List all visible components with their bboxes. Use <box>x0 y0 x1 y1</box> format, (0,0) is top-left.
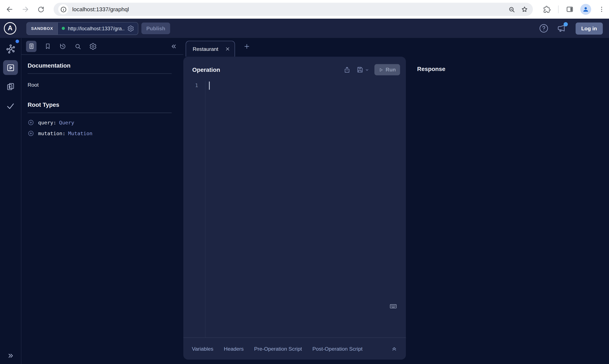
profile-avatar[interactable] <box>580 4 591 15</box>
publish-button[interactable]: Publish <box>141 23 170 34</box>
bookmark-icon <box>44 43 51 50</box>
divider <box>27 73 172 74</box>
response-title: Response <box>417 66 445 72</box>
nav-schema-button[interactable] <box>3 41 18 56</box>
field-type[interactable]: Query <box>59 119 74 125</box>
circled-plus-icon <box>27 130 34 136</box>
side-panel-button[interactable] <box>563 3 576 16</box>
extensions-button[interactable] <box>540 3 554 16</box>
checkmark-icon <box>6 101 15 111</box>
double-chevron-up-icon <box>391 346 397 352</box>
browser-reload-button[interactable] <box>34 3 47 16</box>
expand-footer-button[interactable] <box>391 346 397 352</box>
toolbar-divider <box>558 5 558 13</box>
expand-rail-button[interactable] <box>0 352 21 360</box>
sandbox-badge: SANDBOX <box>27 22 58 34</box>
diff-pages-icon <box>6 82 15 91</box>
bookmark-page-button[interactable] <box>521 6 528 13</box>
docs-tab-settings[interactable] <box>90 43 97 50</box>
gear-icon <box>127 25 134 32</box>
footer-tab-post-operation-script[interactable]: Post-Operation Script <box>312 346 363 351</box>
graph-icon <box>5 44 16 54</box>
star-icon <box>521 6 528 13</box>
docs-root-link[interactable]: Root <box>27 82 39 88</box>
root-types-title: Root Types <box>27 101 172 108</box>
notification-dot <box>563 22 568 26</box>
run-button[interactable]: Run <box>375 64 400 75</box>
url-text[interactable]: localhost:1337/graphql <box>72 6 503 12</box>
docs-tab-search[interactable] <box>74 43 82 50</box>
announcements-button[interactable] <box>557 24 566 33</box>
save-operation-button[interactable] <box>356 66 369 74</box>
add-query-button[interactable] <box>27 119 34 126</box>
zoom-out-icon <box>508 6 515 13</box>
add-mutation-button[interactable] <box>27 130 34 136</box>
explorer-play-icon <box>6 63 15 72</box>
browser-menu-button[interactable] <box>595 3 608 16</box>
reload-icon <box>37 6 44 13</box>
help-button[interactable] <box>538 23 549 33</box>
operation-footer: Variables Headers Pre-Operation Script P… <box>183 338 406 360</box>
site-info-chip[interactable] <box>58 4 68 14</box>
save-floppy-icon <box>356 66 364 74</box>
gear-icon <box>90 43 97 50</box>
document-icon <box>28 43 34 50</box>
root-type-row-query[interactable]: query:Query <box>27 118 172 127</box>
operation-title: Operation <box>192 66 220 73</box>
browser-chrome: localhost:1337/graphql <box>0 0 609 19</box>
nav-changelog-button[interactable] <box>3 79 18 94</box>
address-bar[interactable]: localhost:1337/graphql <box>54 3 533 16</box>
close-icon <box>225 47 230 51</box>
new-tab-button[interactable] <box>244 43 250 50</box>
footer-tab-pre-operation-script[interactable]: Pre-Operation Script <box>254 346 302 351</box>
footer-tab-variables[interactable]: Variables <box>192 346 213 351</box>
docs-tab-history[interactable] <box>59 43 66 50</box>
browser-forward-button[interactable] <box>19 3 32 16</box>
operation-editor[interactable]: 1 <box>183 81 406 338</box>
kebab-menu-icon <box>598 6 605 13</box>
keyboard-shortcuts-button[interactable] <box>389 302 397 310</box>
nav-checks-button[interactable] <box>3 99 18 114</box>
docs-tab-bookmarks[interactable] <box>44 43 51 50</box>
root-type-row-mutation[interactable]: mutation:Mutation <box>27 129 172 138</box>
share-operation-button[interactable] <box>343 66 351 74</box>
field-name: query: <box>38 119 56 125</box>
run-label: Run <box>386 67 396 72</box>
docs-toolbar <box>21 38 183 55</box>
collapse-docs-button[interactable] <box>170 43 177 50</box>
info-icon <box>60 6 66 13</box>
tab-restaurant[interactable]: Restaurant <box>186 41 235 57</box>
endpoint-selector[interactable]: SANDBOX http://localhost:1337/gra... <box>26 22 138 35</box>
left-nav-rail <box>0 38 21 364</box>
nav-explorer-button[interactable] <box>3 60 18 75</box>
history-clock-icon <box>59 43 66 50</box>
endpoint-settings-button[interactable] <box>127 25 134 32</box>
search-icon <box>74 43 82 50</box>
share-icon <box>343 66 351 74</box>
side-panel-icon <box>566 5 574 13</box>
documentation-panel: Documentation Root Root Types query:Quer… <box>21 38 183 364</box>
field-type[interactable]: Mutation <box>68 130 93 136</box>
close-tab-button[interactable] <box>225 47 230 51</box>
connection-status-dot <box>62 27 65 30</box>
login-button[interactable]: Log in <box>575 22 603 34</box>
zoom-out-button[interactable] <box>508 6 515 13</box>
field-name: mutation: <box>38 130 65 136</box>
apollo-logo[interactable]: A <box>4 22 16 35</box>
double-chevron-right-icon <box>7 352 15 360</box>
operation-panel: Operation Run <box>183 57 406 360</box>
footer-tab-headers[interactable]: Headers <box>224 346 244 351</box>
tab-label: Restaurant <box>193 46 222 52</box>
puzzle-icon <box>543 5 551 13</box>
operation-tabbar: Restaurant <box>183 38 406 57</box>
plus-icon <box>244 43 250 50</box>
rail-notification-dot <box>15 40 19 43</box>
double-chevron-left-icon <box>170 43 177 50</box>
apollo-toolbar: A SANDBOX http://localhost:1337/gra... P… <box>0 19 609 38</box>
question-mark-icon <box>538 23 549 33</box>
browser-back-button[interactable] <box>3 3 16 16</box>
circled-plus-icon <box>27 119 34 126</box>
docs-tab-documentation[interactable] <box>26 41 37 52</box>
endpoint-url[interactable]: http://localhost:1337/gra... <box>68 26 124 31</box>
person-icon <box>582 6 589 13</box>
